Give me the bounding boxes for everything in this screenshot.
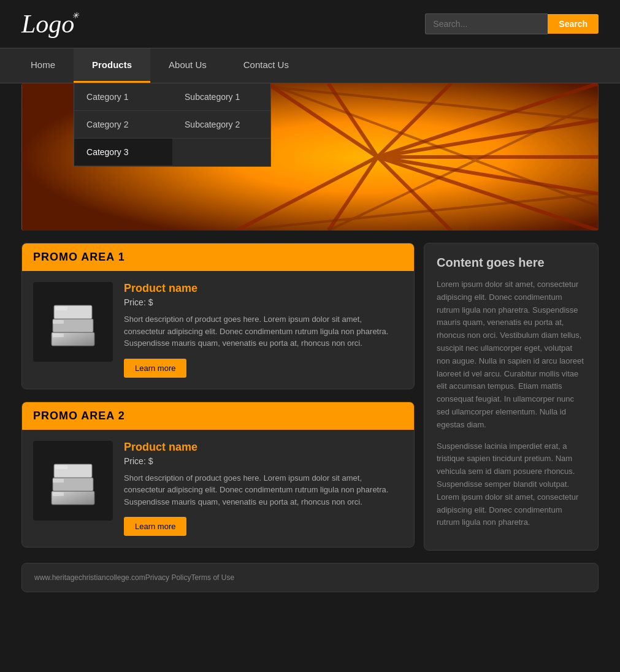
dropdown-subcategories: Subcategory 1 Subcategory 2 — [172, 83, 270, 166]
product-name-2: Product name — [124, 441, 403, 454]
header: Logo✳ Search — [0, 0, 620, 48]
logo: Logo✳ — [21, 9, 74, 39]
promo-title-2: PROMO AREA 2 — [33, 410, 125, 422]
product-icon-1 — [39, 288, 107, 356]
product-icon-2 — [39, 447, 107, 514]
products-dropdown: Category 1 Category 2 Category 3 Subcate… — [74, 83, 271, 167]
sidebar-paragraph-2: Suspendisse lacinia imperdiet erat, a tr… — [437, 440, 586, 530]
footer-url[interactable]: www.heritagechristiancollege.com — [34, 573, 145, 582]
footer-privacy[interactable]: Privacy Policy — [145, 573, 191, 582]
product-image-2 — [33, 441, 113, 521]
promo-section-2: PROMO AREA 2 — [21, 402, 415, 548]
product-info-2: Product name Price: $ Short description … — [124, 441, 403, 536]
dropdown-subcategory-1[interactable]: Subcategory 1 — [172, 83, 270, 111]
promo-header-1: PROMO AREA 1 — [22, 243, 414, 271]
nav-item-about: About Us — [150, 48, 225, 83]
nav-item-products: Products Category 1 Category 2 Category … — [74, 48, 150, 83]
promo-section-1: PROMO AREA 1 — [21, 243, 415, 389]
sidebar: Content goes here Lorem ipsum dolor sit … — [424, 243, 599, 551]
promo-body-1: Product name Price: $ Short description … — [22, 271, 414, 389]
product-price-1: Price: $ — [124, 297, 403, 307]
dropdown-categories: Category 1 Category 2 Category 3 — [74, 83, 172, 166]
promos-container: PROMO AREA 1 — [21, 243, 415, 551]
dropdown-category-3[interactable]: Category 3 — [74, 139, 172, 166]
search-input[interactable] — [425, 13, 548, 34]
sidebar-paragraph-1: Lorem ipsum dolor sit amet, consectetur … — [437, 278, 586, 432]
product-price-2: Price: $ — [124, 456, 403, 466]
learn-more-btn-2[interactable]: Learn more — [124, 517, 186, 536]
search-button[interactable]: Search — [548, 14, 599, 34]
nav-link-contact[interactable]: Contact Us — [225, 48, 307, 81]
svg-rect-21 — [53, 334, 64, 337]
promo-header-2: PROMO AREA 2 — [22, 402, 414, 430]
footer-links: www.heritagechristiancollege.com Privacy… — [34, 573, 234, 582]
footer-terms[interactable]: Terms of Use — [191, 573, 234, 582]
main-nav: Home Products Category 1 Category 2 Cate… — [0, 48, 620, 83]
sidebar-title: Content goes here — [437, 256, 586, 270]
svg-rect-19 — [55, 307, 67, 310]
promo-title-1: PROMO AREA 1 — [33, 251, 125, 263]
search-bar: Search — [425, 13, 599, 34]
dropdown-category-1[interactable]: Category 1 — [74, 83, 172, 111]
logo-text: Logo — [21, 10, 74, 38]
product-info-1: Product name Price: $ Short description … — [124, 282, 403, 378]
footer: www.heritagechristiancollege.com Privacy… — [21, 563, 599, 592]
dropdown-category-2[interactable]: Category 2 — [74, 111, 172, 139]
nav-link-home[interactable]: Home — [12, 48, 74, 81]
nav-item-home: Home — [12, 48, 74, 83]
svg-rect-26 — [53, 479, 64, 483]
product-desc-2: Short description of product goes here. … — [124, 472, 403, 508]
logo-star: ✳ — [72, 10, 79, 21]
nav-item-contact: Contact Us — [225, 48, 307, 83]
product-image-1 — [33, 282, 113, 362]
svg-rect-27 — [53, 492, 64, 496]
dropdown-subcategory-2[interactable]: Subcategory 2 — [172, 111, 270, 139]
product-desc-1: Short description of product goes here. … — [124, 313, 403, 349]
learn-more-btn-1[interactable]: Learn more — [124, 359, 186, 378]
nav-link-about[interactable]: About Us — [150, 48, 225, 81]
nav-link-products[interactable]: Products — [74, 48, 150, 83]
promo-body-2: Product name Price: $ Short description … — [22, 430, 414, 548]
svg-rect-25 — [55, 465, 67, 469]
product-name-1: Product name — [124, 282, 403, 295]
main-content: PROMO AREA 1 — [21, 243, 599, 551]
svg-rect-20 — [53, 320, 64, 324]
